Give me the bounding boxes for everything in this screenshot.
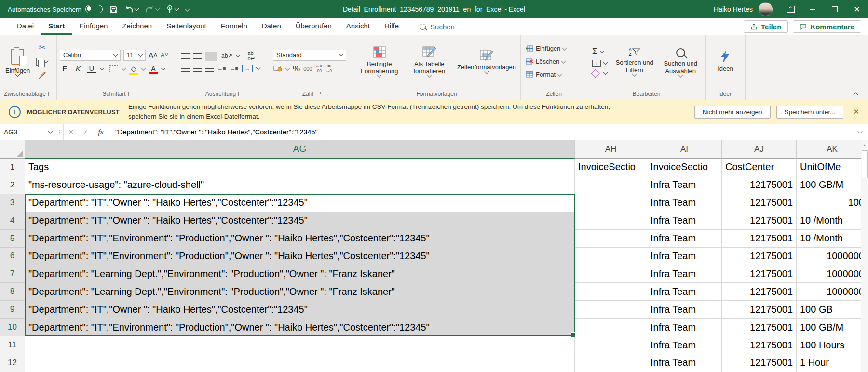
formula-bar-gripper[interactable]: ⋮ [56, 124, 64, 140]
cell-AJ4[interactable]: 12175001 [722, 212, 797, 230]
cell-AG12[interactable] [25, 354, 575, 372]
name-box[interactable]: AG3 [0, 124, 56, 140]
cell-AG1[interactable]: Tags [25, 159, 575, 176]
cell-AG9[interactable]: "Department": "IT","Owner ": "Haiko Hert… [25, 301, 575, 319]
cell-AJ7[interactable]: 12175001 [722, 265, 797, 283]
cell-AH12[interactable] [575, 354, 647, 372]
cell-AG11[interactable] [25, 336, 575, 354]
cell-AK8[interactable]: 1000000 [797, 283, 868, 301]
decrease-decimal-button[interactable]: .00→0 [326, 64, 332, 74]
cell-AK2[interactable]: 100 GB/M [797, 176, 868, 194]
vertical-scrollbar[interactable]: ▲ [861, 140, 868, 372]
save-button[interactable] [109, 5, 118, 13]
row-header-3[interactable]: 3 [0, 194, 25, 212]
format-cells-button[interactable]: Format [526, 68, 584, 80]
fill-color-dropdown-icon[interactable] [141, 66, 146, 70]
cell-AG7[interactable]: "Department": "Learning Dept.","Environm… [25, 265, 575, 283]
cancel-entry-icon[interactable]: ✕ [64, 124, 78, 140]
font-size-select[interactable]: 11 [123, 50, 146, 61]
insert-function-button[interactable]: fx [93, 124, 109, 140]
cell-AI8[interactable]: Infra Team [647, 283, 722, 301]
cell-AK10[interactable]: 100 GB/M [797, 319, 868, 336]
cell-AI11[interactable]: Infra Team [647, 336, 722, 354]
currency-icon[interactable] [273, 65, 283, 72]
cell-AJ5[interactable]: 12175001 [722, 230, 797, 248]
cell-AH3[interactable] [575, 194, 647, 212]
close-button[interactable]: ✕ [846, 0, 868, 18]
comma-style-button[interactable]: 000 [303, 66, 312, 72]
cell-AH10[interactable] [575, 319, 647, 336]
align-bottom-button[interactable] [205, 52, 217, 61]
format-as-table-button[interactable]: Als Tabelle formatieren [406, 37, 453, 86]
underline-button[interactable]: U [87, 64, 96, 73]
toggle-off-icon[interactable] [85, 5, 103, 13]
ribbon-display-options-button[interactable] [779, 0, 801, 18]
currency-dropdown-icon[interactable] [285, 66, 290, 70]
cell-AI9[interactable]: Infra Team [647, 301, 722, 319]
column-header-AK[interactable]: AK [797, 140, 868, 159]
cell-AI12[interactable]: Infra Team [647, 354, 722, 372]
cell-AG3[interactable]: "Department": "IT","Owner ": "Haiko Hert… [25, 194, 575, 212]
cell-AH4[interactable] [575, 212, 647, 230]
name-box-dropdown-icon[interactable] [48, 129, 53, 134]
restore-button[interactable] [824, 0, 846, 18]
cell-AK7[interactable]: 1000000 [797, 265, 868, 283]
formula-input[interactable]: "Department": "IT","Owner ": "Haiko Hert… [109, 124, 852, 140]
font-color-dropdown-icon[interactable] [161, 66, 166, 70]
column-header-AI[interactable]: AI [647, 140, 722, 159]
row-header-7[interactable]: 7 [0, 265, 25, 283]
autosum-button[interactable]: Σ [592, 47, 604, 56]
align-middle-button[interactable] [193, 53, 202, 59]
cell-AK3[interactable]: 100 [797, 194, 868, 212]
align-center-button[interactable] [193, 66, 202, 72]
column-header-AH[interactable]: AH [575, 140, 647, 159]
comments-button[interactable]: Kommentare [793, 20, 861, 33]
close-warning-icon[interactable]: ✕ [850, 107, 868, 116]
cell-AI1[interactable]: InvoiceSectio [647, 159, 722, 176]
cell-AH11[interactable] [575, 336, 647, 354]
scrollbar-thumb[interactable] [862, 150, 868, 178]
orientation-dropdown-icon[interactable] [236, 53, 241, 58]
cell-AK1[interactable]: UnitOfMe [797, 159, 868, 176]
cell-AJ1[interactable]: CostCenter [722, 159, 797, 176]
row-header-1[interactable]: 1 [0, 159, 25, 176]
underline-dropdown-icon[interactable] [100, 66, 105, 70]
sort-filter-button[interactable]: AZ Sortieren und Filtern [612, 37, 657, 86]
find-select-button[interactable]: Suchen und Auswählen [658, 37, 703, 86]
number-format-select[interactable]: Standard [273, 50, 346, 61]
cell-AI6[interactable]: Infra Team [647, 248, 722, 266]
search-box[interactable]: Suchen [420, 18, 455, 35]
tab-seitenlayout[interactable]: Seitenlayout [159, 18, 214, 35]
cell-AH6[interactable] [575, 248, 647, 266]
cell-AI7[interactable]: Infra Team [647, 265, 722, 283]
fill-button[interactable]: ↓ [592, 60, 607, 67]
cell-AI5[interactable]: Infra Team [647, 230, 722, 248]
cell-AI4[interactable]: Infra Team [647, 212, 722, 230]
tab-überprüfen[interactable]: Überprüfen [288, 18, 339, 35]
cell-AI10[interactable]: Infra Team [647, 319, 722, 336]
cell-AH9[interactable] [575, 301, 647, 319]
row-header-2[interactable]: 2 [0, 176, 25, 194]
touch-mode-dropdown-icon[interactable] [175, 6, 179, 11]
cell-AJ10[interactable]: 12175001 [722, 319, 797, 336]
cell-AK9[interactable]: 100 GB [797, 301, 868, 319]
merge-center-button[interactable]: ↔ [242, 65, 253, 72]
cell-AK5[interactable]: 10 /Month [797, 230, 868, 248]
tab-ansicht[interactable]: Ansicht [339, 18, 377, 35]
cell-styles-button[interactable]: Zellenformatvorlagen [456, 37, 517, 86]
tab-datei[interactable]: Datei [10, 18, 41, 35]
tab-einfügen[interactable]: Einfügen [72, 18, 115, 35]
font-dialog-launcher-icon[interactable] [128, 92, 133, 96]
undo-button[interactable] [124, 5, 138, 13]
cell-AH2[interactable] [575, 176, 647, 194]
cell-AK12[interactable]: 1 Hour [797, 354, 868, 372]
fill-color-button[interactable]: ◇ [129, 65, 138, 73]
cell-AJ11[interactable]: 12175001 [722, 336, 797, 354]
borders-button[interactable] [109, 65, 118, 72]
cell-AK6[interactable]: 1000000 [797, 248, 868, 266]
scroll-up-icon[interactable]: ▲ [863, 140, 867, 147]
cut-button[interactable]: ✂ [36, 42, 48, 53]
cell-AJ6[interactable]: 12175001 [722, 248, 797, 266]
align-top-button[interactable] [181, 53, 190, 59]
tab-daten[interactable]: Daten [255, 18, 288, 35]
